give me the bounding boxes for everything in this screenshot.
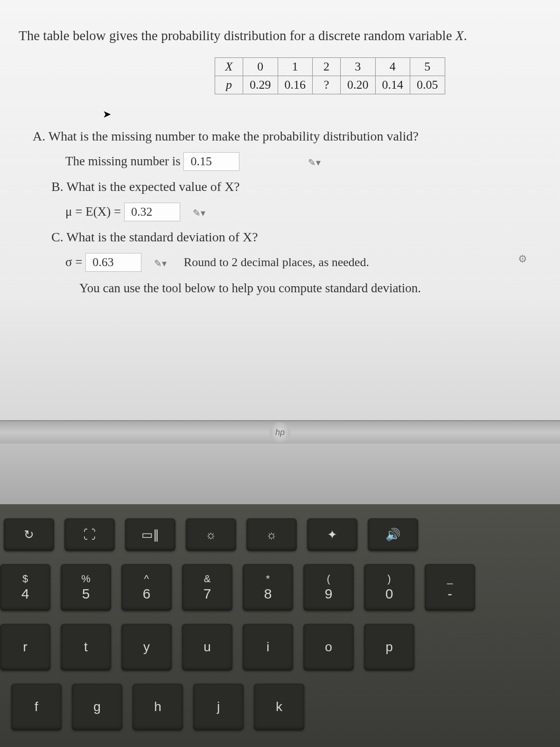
fullscreen-icon: ⛶ <box>84 528 96 542</box>
edit-icon[interactable]: ✎▾ <box>193 207 205 218</box>
key-h[interactable]: h <box>133 684 183 730</box>
key-f[interactable]: f <box>11 684 62 730</box>
keyboard-light-icon: ✦ <box>327 528 337 542</box>
brightness-up-icon: ☼ <box>266 528 277 542</box>
probability-table: X 0 1 2 3 4 5 p 0.29 0.16 ? 0.20 0.14 0.… <box>215 57 445 94</box>
refresh-key[interactable]: ↻ <box>4 518 54 551</box>
key-i[interactable]: i <box>243 624 293 670</box>
part-a-question: A. What is the missing number to make th… <box>33 129 541 144</box>
key-4[interactable]: $ 4 <box>0 564 50 611</box>
key-6[interactable]: ^ 6 <box>121 564 172 611</box>
settings-icon[interactable]: ⚙ <box>518 253 527 265</box>
tool-note: You can use the tool below to help you c… <box>79 281 541 296</box>
volume-key[interactable]: 🔊 <box>368 518 418 551</box>
key-7[interactable]: & 7 <box>182 564 232 611</box>
laptop-bezel: hp <box>0 420 560 444</box>
answer-input-c[interactable]: 0.63 <box>85 253 141 272</box>
number-key-row: $ 4 % 5 ^ 6 & 7 * 8 ( 9 ) 0 _ - <box>0 564 560 611</box>
laptop-palmrest <box>0 444 560 504</box>
key-u[interactable]: u <box>182 624 232 670</box>
key-8[interactable]: * 8 <box>243 564 293 611</box>
hp-logo: hp <box>270 422 290 443</box>
table-row: p 0.29 0.16 ? 0.20 0.14 0.05 <box>215 76 445 94</box>
key-t[interactable]: t <box>61 624 111 670</box>
screen-content: The table below gives the probability di… <box>0 0 560 420</box>
key-minus[interactable]: _ - <box>425 564 475 611</box>
answer-input-b[interactable]: 0.32 <box>124 203 180 221</box>
key-k[interactable]: k <box>254 684 304 730</box>
part-a-answer-line: The missing number is 0.15 ✎▾ <box>65 152 541 171</box>
key-0[interactable]: ) 0 <box>364 564 414 611</box>
refresh-icon: ↻ <box>24 528 34 542</box>
qwerty-key-row: r t y u i o p <box>0 624 560 670</box>
brightness-up-key[interactable]: ☼ <box>246 518 297 551</box>
row-label: X <box>215 58 243 76</box>
edit-icon[interactable]: ✎▾ <box>154 258 167 269</box>
table-row: X 0 1 2 3 4 5 <box>215 58 445 76</box>
part-c-question: C. What is the standard deviation of X? <box>51 230 541 245</box>
keyboard: ↻ ⛶ ▭‖ ☼ ☼ ✦ 🔊 $ 4 % 5 ^ 6 <box>0 504 560 747</box>
problem-intro: The table below gives the probability di… <box>19 28 541 43</box>
keyboard-light-key[interactable]: ✦ <box>307 518 357 551</box>
brightness-down-icon: ☼ <box>205 528 217 542</box>
cursor-icon: ➤ <box>103 108 541 120</box>
key-j[interactable]: j <box>193 684 244 730</box>
answer-input-a[interactable]: 0.15 <box>183 152 239 171</box>
key-9[interactable]: ( 9 <box>303 564 354 611</box>
row-label: p <box>215 76 243 94</box>
overview-key[interactable]: ▭‖ <box>125 518 175 551</box>
key-o[interactable]: o <box>303 624 354 670</box>
key-5[interactable]: % 5 <box>61 564 111 611</box>
part-b-answer-line: μ = E(X) = 0.32 ✎▾ <box>65 203 541 221</box>
edit-icon[interactable]: ✎▾ <box>308 157 321 168</box>
key-p[interactable]: p <box>364 624 414 670</box>
overview-icon: ▭‖ <box>141 528 159 542</box>
fn-key-row: ↻ ⛶ ▭‖ ☼ ☼ ✦ 🔊 <box>4 518 560 551</box>
part-b-question: B. What is the expected value of X? <box>51 179 541 194</box>
key-r[interactable]: r <box>0 624 50 670</box>
part-c-answer-line: σ = 0.63 ✎▾ Round to 2 decimal places, a… <box>65 253 541 272</box>
asdf-key-row: f g h j k <box>11 684 560 730</box>
key-g[interactable]: g <box>72 684 122 730</box>
fullscreen-key[interactable]: ⛶ <box>64 518 115 551</box>
rounding-hint: Round to 2 decimal places, as needed. <box>184 255 369 269</box>
brightness-down-key[interactable]: ☼ <box>186 518 236 551</box>
volume-icon: 🔊 <box>385 528 400 542</box>
key-y[interactable]: y <box>121 624 172 670</box>
